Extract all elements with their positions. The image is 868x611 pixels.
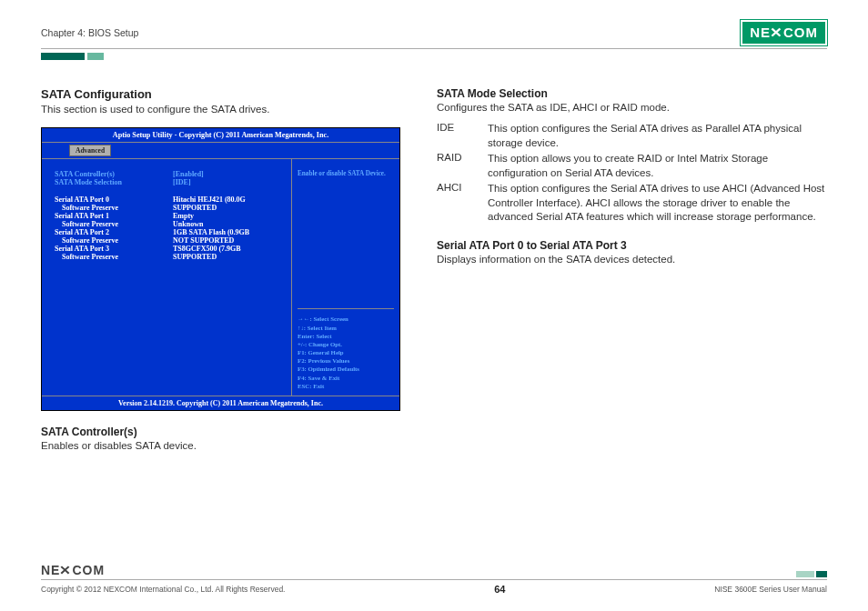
bios-side-panel: Enable or disable SATA Device. →←: Selec… (292, 159, 399, 396)
bios-key-line: F1: General Help (298, 348, 394, 356)
mode-table: IDEThis option configures the Serial ATA… (437, 122, 827, 225)
bios-option-row: SATA Mode Selection[IDE] (55, 178, 282, 186)
bios-key-line: F2: Previous Values (298, 356, 394, 365)
bios-key-line: →←: Select Screen (298, 315, 394, 323)
bios-option-row: SATA Controller(s)[Enabled] (55, 170, 282, 178)
sata-ports-desc: Displays information on the SATA devices… (437, 254, 827, 265)
bios-port-row: Serial ATA Port 0Hitachi HEJ421 (80.0G (55, 195, 282, 204)
bios-key-help: →←: Select Screen↑↓: Select ItemEnter: S… (298, 308, 394, 390)
bios-main-panel: SATA Controller(s)[Enabled]SATA Mode Sel… (42, 159, 292, 396)
bios-footer: Version 2.14.1219. Copyright (C) 2011 Am… (42, 396, 399, 410)
bios-tab-advanced: Advanced (69, 145, 111, 156)
footer-copyright: Copyright © 2012 NEXCOM International Co… (41, 585, 285, 594)
bios-port-row: Serial ATA Port 1Empty (55, 212, 282, 220)
mode-key: IDE (437, 122, 488, 150)
mode-row: IDEThis option configures the Serial ATA… (437, 122, 827, 150)
mode-val: This option allows you to create RAID or… (488, 152, 827, 180)
header-accent (41, 53, 827, 60)
bios-screenshot: Aptio Setup Utility - Copyright (C) 2011… (41, 127, 400, 411)
footer-logo: NE✕COM (41, 563, 105, 577)
sata-mode-desc: Configures the SATA as IDE, AHCI or RAID… (437, 102, 827, 113)
bios-header: Aptio Setup Utility - Copyright (C) 2011… (42, 128, 399, 143)
bios-port-row: Software PreserveUnknown (55, 220, 282, 228)
mode-key: AHCI (437, 182, 488, 225)
bios-key-line: ↑↓: Select Item (298, 324, 394, 332)
left-column: SATA Configuration This section is used … (41, 87, 400, 451)
nexcom-logo: NE✕COM (741, 20, 827, 45)
sata-controllers-heading: SATA Controller(s) (41, 426, 400, 438)
bios-port-row: Software PreserveSUPPORTED (55, 204, 282, 212)
mode-row: AHCIThis option configures the Serial AT… (437, 182, 827, 225)
page-footer: NE✕COM Copyright © 2012 NEXCOM Internati… (41, 563, 827, 595)
bios-port-row: Serial ATA Port 21GB SATA Flash (0.9GB (55, 228, 282, 236)
page-number: 64 (494, 584, 505, 595)
mode-val: This option configures the Serial ATA dr… (488, 122, 827, 150)
footer-manual: NISE 3600E Series User Manual (714, 585, 827, 594)
mode-val: This option configures the Serial ATA dr… (488, 182, 827, 225)
sata-controllers-desc: Enables or disables SATA device. (41, 440, 400, 451)
bios-port-row: Serial ATA Port 3TS8GCFX500 (7.9GB (55, 245, 282, 253)
sata-ports-heading: Serial ATA Port 0 to Serial ATA Port 3 (437, 239, 827, 252)
mode-row: RAIDThis option allows you to create RAI… (437, 152, 827, 180)
footer-accent (794, 571, 827, 577)
mode-key: RAID (437, 152, 488, 180)
bios-key-line: +/-: Change Opt. (298, 340, 394, 348)
bios-key-line: ESC: Exit (298, 382, 394, 390)
right-column: SATA Mode Selection Configures the SATA … (437, 87, 827, 451)
bios-tabs: Advanced (42, 143, 399, 159)
page-header: Chapter 4: BIOS Setup NE✕COM (41, 20, 827, 49)
bios-port-row: Software PreserveNOT SUPPORTED (55, 236, 282, 245)
section-title: SATA Configuration (41, 87, 400, 101)
bios-key-line: Enter: Select (298, 332, 394, 340)
bios-port-row: Software PreserveSUPPORTED (55, 253, 282, 261)
bios-key-line: F3: Optimized Defaults (298, 365, 394, 373)
chapter-label: Chapter 4: BIOS Setup (41, 27, 138, 38)
sata-mode-heading: SATA Mode Selection (437, 87, 827, 100)
section-desc: This section is used to configure the SA… (41, 104, 400, 115)
bios-help: Enable or disable SATA Device. (298, 170, 394, 178)
bios-key-line: F4: Save & Exit (298, 374, 394, 382)
